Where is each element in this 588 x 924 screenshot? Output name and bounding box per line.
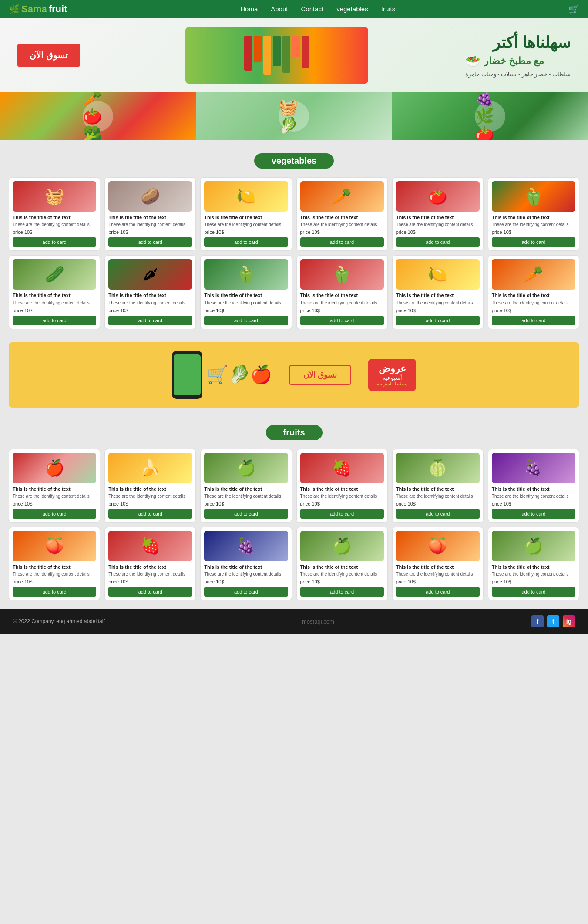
promo-groceries-icon: 🛒🥬🍎 [207,364,272,385]
product-image: 🍋 [204,181,288,212]
footer-center: mostaql.com [302,618,334,625]
add-to-card-button[interactable]: add to card [108,237,192,247]
add-to-card-button[interactable]: add to card [108,316,192,325]
product-image: 🫑 [300,259,384,290]
product-title: This is the title of the text [204,564,262,570]
product-card: 🍎This is the title of the textThese are … [9,449,100,523]
banner-img-2: 🧺🥬 [196,92,392,140]
add-to-card-button[interactable]: add to card [492,509,575,519]
product-desc: These are the identifying content detail… [204,493,281,499]
add-to-card-button[interactable]: add to card [300,587,384,597]
add-to-card-button[interactable]: add to card [396,237,480,247]
nav-vegetables[interactable]: vegetables [336,5,368,13]
product-desc: These are the identifying content detail… [204,571,281,577]
product-price: price 10$ [492,501,511,506]
promo-badge-desc: متظبط الميزانية [377,381,407,387]
hero-shop-button[interactable]: تسوق الآن [17,44,80,67]
add-to-card-button[interactable]: add to card [204,237,288,247]
twitter-icon[interactable]: t [547,615,559,627]
promo-badge-title: عروض [377,363,407,374]
kitchen-icon: 🥗 [465,54,480,68]
product-desc: These are the identifying content detail… [13,222,90,227]
product-desc: These are the identifying content detail… [108,571,185,577]
product-desc: These are the identifying content detail… [492,222,569,227]
add-to-card-button[interactable]: add to card [396,509,480,519]
logo-fruit: fruit [49,3,67,15]
add-to-card-button[interactable]: add to card [492,316,575,325]
product-price: price 10$ [396,579,416,584]
fruits-grid: 🍎This is the title of the textThese are … [9,449,579,601]
promo-shop-button[interactable]: تسوق الآن [289,365,351,385]
product-desc: These are the identifying content detail… [492,493,569,499]
add-to-card-button[interactable]: add to card [13,587,96,597]
product-price: price 10$ [108,579,128,584]
hero-text: سهلناها أكتر مع مطبخ خضار 🥗 سلطات - خضار… [465,33,571,77]
add-to-card-button[interactable]: add to card [108,509,192,519]
add-to-card-button[interactable]: add to card [300,509,384,519]
product-desc: These are the identifying content detail… [396,300,473,306]
product-card: 🍏This is the title of the textThese are … [296,527,388,600]
add-to-card-button[interactable]: add to card [13,316,96,325]
product-image: 🍎 [13,453,96,483]
leaf-icon: 🌿 [9,4,20,14]
product-image: 🍓 [300,453,384,483]
add-to-card-button[interactable]: add to card [204,509,288,519]
product-title: This is the title of the text [13,486,71,492]
add-to-card-button[interactable]: add to card [13,237,96,247]
product-card: 🫑This is the title of the textThese are … [488,177,579,251]
product-image: 🥕 [492,259,575,290]
product-price: price 10$ [300,308,320,313]
add-to-card-button[interactable]: add to card [108,587,192,597]
nav-contact[interactable]: Contact [301,5,323,13]
add-to-card-button[interactable]: add to card [396,587,480,597]
product-title: This is the title of the text [396,486,454,492]
add-to-card-button[interactable]: add to card [300,316,384,325]
add-to-card-button[interactable]: add to card [492,587,575,597]
instagram-icon[interactable]: ig [563,615,575,627]
nav-about[interactable]: About [271,5,288,13]
product-price: price 10$ [108,229,128,235]
fruits-badge: fruits [266,425,323,440]
product-price: price 10$ [13,501,32,506]
add-to-card-button[interactable]: add to card [300,237,384,247]
product-image: 🥕 [300,181,384,212]
cart-icon[interactable]: 🛒 [568,4,579,14]
add-to-card-button[interactable]: add to card [492,237,575,247]
phone-mockup [172,351,202,399]
product-image: 🌶 [108,259,192,290]
product-image: 🫑 [204,259,288,290]
product-image: 🍌 [108,453,192,483]
product-desc: These are the identifying content detail… [300,493,377,499]
vegetables-section-title: vegetables [9,145,579,173]
product-image: 🧺 [13,181,96,212]
product-price: price 10$ [492,229,511,235]
product-card: 🥒This is the title of the textThese are … [9,255,100,329]
product-card: 🫑This is the title of the textThese are … [200,255,292,329]
nav-home[interactable]: Homa [240,5,258,13]
facebook-icon[interactable]: f [531,615,544,627]
product-card: 🥕This is the title of the textThese are … [296,177,388,251]
product-card: 🍈This is the title of the textThese are … [392,449,484,523]
product-title: This is the title of the text [300,564,358,570]
product-price: price 10$ [396,308,416,313]
footer-social: f t ig [531,615,575,627]
footer-copyright: © 2022 Company, eng ahmed abdelltaif [13,618,105,624]
nav-fruits[interactable]: fruits [381,5,396,13]
product-title: This is the title of the text [492,564,550,570]
product-title: This is the title of the text [492,292,550,298]
product-price: price 10$ [108,501,128,506]
add-to-card-button[interactable]: add to card [204,316,288,325]
product-card: 🍑This is the title of the textThese are … [392,527,484,600]
product-price: price 10$ [204,229,224,235]
product-image: 🍏 [300,531,384,561]
add-to-card-button[interactable]: add to card [204,587,288,597]
product-price: price 10$ [396,229,416,235]
add-to-card-button[interactable]: add to card [396,316,480,325]
banner-img-3: 🍇🌿🍅 [392,92,588,140]
product-price: price 10$ [13,308,32,313]
add-to-card-button[interactable]: add to card [13,509,96,519]
product-desc: These are the identifying content detail… [300,300,377,306]
footer: © 2022 Company, eng ahmed abdelltaif mos… [0,609,588,634]
product-title: This is the title of the text [108,564,166,570]
product-image: 🍏 [492,531,575,561]
